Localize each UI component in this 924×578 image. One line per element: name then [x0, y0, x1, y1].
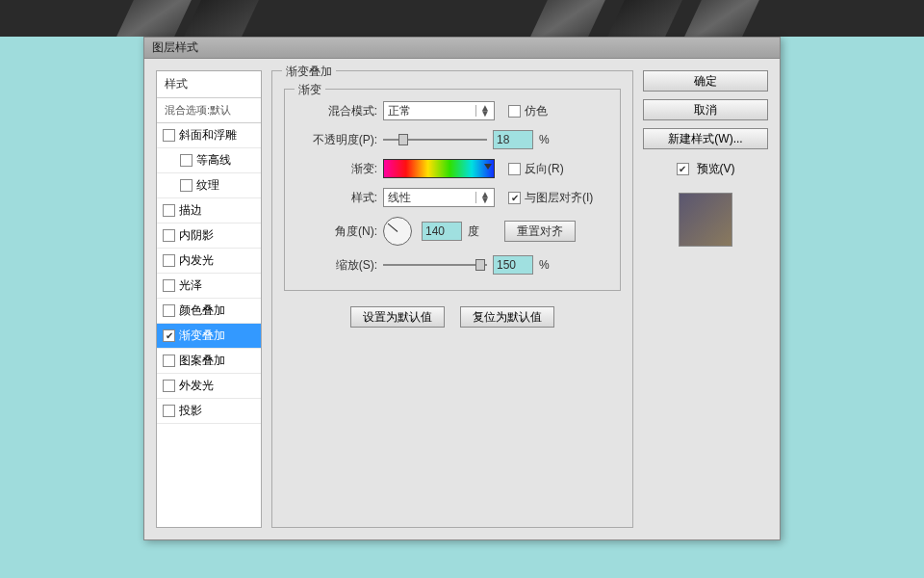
- reverse-label: 反向(R): [525, 161, 564, 177]
- effect-checkbox[interactable]: [163, 254, 175, 267]
- effect-checkbox[interactable]: [163, 279, 175, 292]
- effect-item[interactable]: 渐变叠加: [157, 324, 261, 349]
- scale-slider[interactable]: [383, 258, 487, 272]
- effect-item[interactable]: 内发光: [157, 249, 261, 274]
- effect-item[interactable]: 投影: [157, 399, 261, 424]
- effect-item[interactable]: 图案叠加: [157, 349, 261, 374]
- effect-label: 内阴影: [179, 227, 214, 244]
- reset-align-button[interactable]: 重置对齐: [504, 221, 576, 242]
- align-checkbox[interactable]: [508, 192, 521, 204]
- reverse-checkbox[interactable]: [508, 163, 521, 175]
- effect-item[interactable]: 等高线: [157, 148, 261, 173]
- angle-label: 角度(N):: [295, 223, 377, 240]
- angle-input[interactable]: 140: [422, 222, 462, 241]
- gradient-group: 渐变 混合模式: 正常 ▲▼ 仿色 不透明度(P):: [284, 89, 621, 291]
- effect-label: 斜面和浮雕: [179, 127, 237, 144]
- dialog-buttons: 确定 取消 新建样式(W)... 预览(V): [643, 70, 768, 528]
- style-select[interactable]: 线性 ▲▼: [383, 188, 495, 207]
- styles-list: 样式 混合选项:默认 斜面和浮雕等高线纹理描边内阴影内发光光泽颜色叠加渐变叠加图…: [156, 70, 262, 528]
- scale-label: 缩放(S):: [295, 257, 377, 274]
- gradient-subtitle: 渐变: [295, 82, 325, 98]
- dialog-titlebar[interactable]: 图层样式: [144, 38, 780, 59]
- effect-label: 纹理: [196, 177, 219, 194]
- effect-checkbox[interactable]: [163, 380, 175, 392]
- chevron-down-icon: ▲▼: [475, 192, 490, 203]
- gradient-label: 渐变:: [295, 161, 377, 177]
- blend-mode-label: 混合模式:: [295, 103, 377, 119]
- effect-checkbox[interactable]: [163, 329, 175, 342]
- effect-item[interactable]: 内阴影: [157, 223, 261, 249]
- effect-checkbox[interactable]: [163, 355, 175, 367]
- opacity-slider[interactable]: [383, 133, 487, 146]
- opacity-label: 不透明度(P):: [295, 132, 377, 148]
- effect-item[interactable]: 颜色叠加: [157, 299, 261, 324]
- blending-options-item[interactable]: 混合选项:默认: [157, 98, 261, 123]
- make-default-button[interactable]: 设置为默认值: [350, 306, 445, 328]
- dialog-title: 图层样式: [152, 39, 198, 56]
- effect-label: 光泽: [179, 277, 202, 294]
- degree-label: 度: [468, 223, 479, 240]
- effect-checkbox[interactable]: [180, 179, 192, 192]
- preview-swatch: [679, 193, 732, 247]
- effect-item[interactable]: 描边: [157, 198, 261, 223]
- effect-label: 颜色叠加: [179, 302, 225, 319]
- effect-checkbox[interactable]: [163, 304, 175, 317]
- dither-checkbox[interactable]: [508, 105, 521, 118]
- gradient-overlay-panel: 渐变叠加 渐变 混合模式: 正常 ▲▼ 仿色 不透明度(P):: [271, 70, 633, 528]
- effect-item[interactable]: 光泽: [157, 274, 261, 299]
- angle-dial[interactable]: [383, 217, 412, 246]
- scale-input[interactable]: 150: [493, 255, 533, 275]
- effect-checkbox[interactable]: [163, 229, 175, 242]
- effect-label: 描边: [179, 202, 202, 219]
- effect-label: 内发光: [179, 252, 214, 269]
- opacity-input[interactable]: 18: [493, 130, 533, 149]
- blend-mode-select[interactable]: 正常 ▲▼: [383, 101, 495, 120]
- effect-checkbox[interactable]: [163, 204, 175, 217]
- styles-header[interactable]: 样式: [157, 71, 261, 98]
- chevron-down-icon: ▲▼: [475, 105, 490, 117]
- preview-checkbox[interactable]: [677, 163, 689, 175]
- effect-label: 外发光: [179, 378, 214, 394]
- effect-label: 图案叠加: [179, 353, 225, 369]
- cancel-button[interactable]: 取消: [643, 99, 768, 120]
- layer-style-dialog: 图层样式 样式 混合选项:默认 斜面和浮雕等高线纹理描边内阴影内发光光泽颜色叠加…: [143, 37, 781, 540]
- effect-item[interactable]: 外发光: [157, 374, 261, 399]
- reset-default-button[interactable]: 复位为默认值: [460, 306, 554, 328]
- align-label: 与图层对齐(I): [525, 190, 593, 206]
- effect-checkbox[interactable]: [163, 405, 175, 417]
- gradient-picker[interactable]: [383, 159, 495, 178]
- group-title: 渐变叠加: [282, 64, 336, 80]
- background-bar: [0, 0, 924, 37]
- effect-label: 渐变叠加: [179, 328, 225, 344]
- style-label: 样式:: [295, 190, 377, 206]
- new-style-button[interactable]: 新建样式(W)...: [643, 128, 768, 149]
- effect-item[interactable]: 斜面和浮雕: [157, 123, 261, 148]
- preview-label: 预览(V): [697, 161, 735, 177]
- ok-button[interactable]: 确定: [643, 70, 768, 92]
- effect-checkbox[interactable]: [163, 129, 175, 142]
- chevron-down-icon: [484, 164, 492, 170]
- effect-label: 投影: [179, 403, 202, 419]
- effect-checkbox[interactable]: [180, 154, 192, 167]
- effect-label: 等高线: [196, 152, 231, 169]
- dither-label: 仿色: [525, 103, 548, 119]
- effect-item[interactable]: 纹理: [157, 173, 261, 198]
